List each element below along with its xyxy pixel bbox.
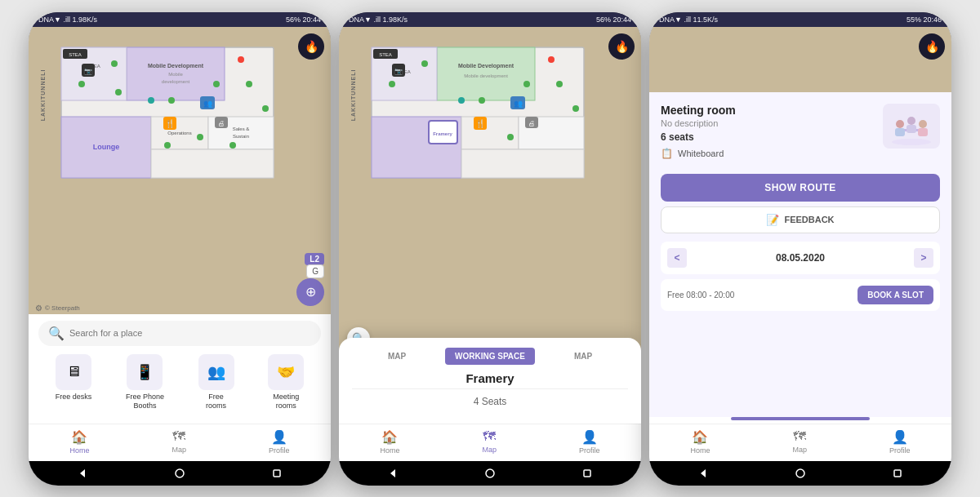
floor-g-1[interactable]: G — [306, 264, 324, 278]
svg-text:Mobile Development: Mobile Development — [148, 63, 204, 69]
home-button-3[interactable] — [793, 466, 808, 481]
quick-action-meeting-rooms[interactable]: 🤝 Meetingrooms — [268, 354, 304, 410]
svg-point-58 — [572, 105, 579, 112]
book-slot-button[interactable]: BOOK A SLOT — [858, 286, 933, 304]
svg-text:Mobile: Mobile — [168, 72, 183, 77]
status-left-2: DNA▼ .ill 1.98K/s — [349, 16, 408, 24]
svg-marker-71 — [390, 469, 395, 477]
detail-subtitle: No description — [661, 118, 736, 128]
svg-text:🍴: 🍴 — [475, 118, 486, 129]
popup-place-name: Framery — [352, 371, 628, 385]
nav-map-1[interactable]: 🗺 Map — [172, 429, 186, 455]
status-right-1: 56% 20:44 — [286, 16, 321, 24]
back-button-2[interactable] — [385, 466, 400, 481]
search-bar-1[interactable]: 🔍 — [38, 321, 321, 346]
svg-text:📷: 📷 — [394, 67, 403, 75]
profile-icon-2: 👤 — [581, 429, 598, 445]
recent-button-3[interactable] — [890, 466, 905, 481]
nav-home-2[interactable]: 🏠 Home — [380, 429, 399, 455]
popup-tab-working-space[interactable]: WORKING SPACE — [445, 348, 535, 365]
booking-prev-button[interactable]: < — [667, 248, 687, 268]
map-area-1[interactable]: LAKKITUNNELI 🔥 Mobile Development Mobile… — [29, 27, 331, 314]
booking-free-time: Free 08:00 - 20:00 — [667, 291, 734, 300]
nav-profile-2[interactable]: 👤 Profile — [579, 429, 600, 455]
popup-tab-map-left[interactable]: MAP — [352, 348, 442, 365]
flame-button-2[interactable]: 🔥 — [608, 33, 635, 60]
feedback-button[interactable]: 📝 FEEDBACK — [661, 206, 940, 233]
whiteboard-icon: 📋 — [661, 148, 673, 159]
nav-profile-label-2: Profile — [579, 446, 600, 455]
detail-panel: Meeting room No description 6 seats 📋 Wh… — [649, 92, 951, 417]
show-route-button[interactable]: SHOW ROUTE — [661, 174, 940, 202]
status-bar-2: DNA▼ .ill 1.98K/s 56% 20:44 — [339, 12, 641, 27]
back-button-3[interactable] — [696, 466, 710, 481]
svg-rect-47 — [461, 117, 519, 149]
svg-point-60 — [458, 97, 465, 104]
nav-map-2[interactable]: 🗺 Map — [482, 429, 497, 455]
svg-text:👥: 👥 — [203, 99, 213, 109]
svg-point-80 — [907, 117, 915, 125]
svg-text:🖨: 🖨 — [218, 120, 225, 127]
search-icon-1: 🔍 — [48, 326, 65, 341]
phone-booths-label: Free PhoneBooths — [126, 393, 164, 410]
popup-tab-map-right[interactable]: MAP — [538, 348, 628, 365]
quick-action-phone-booths[interactable]: 📱 Free PhoneBooths — [126, 354, 164, 410]
svg-point-57 — [507, 134, 514, 140]
recent-button-2[interactable] — [580, 466, 595, 481]
svg-text:development: development — [162, 79, 190, 84]
floor-badge-1[interactable]: L2 — [305, 253, 324, 265]
nav-bar-3: 🏠 Home 🗺 Map 👤 Profile — [649, 424, 951, 461]
svg-text:Operations: Operations — [167, 131, 191, 135]
map-area-2[interactable]: LAKKITUNNELI 🔥 🔍 Mobile Development Mobi… — [339, 27, 641, 424]
nav-map-label-1: Map — [172, 446, 186, 454]
popup-tabs: MAP WORKING SPACE MAP — [352, 348, 628, 365]
nav-map-3[interactable]: 🗺 Map — [792, 429, 807, 455]
quick-action-free-rooms[interactable]: 👥 Freerooms — [198, 354, 234, 410]
svg-text:👥: 👥 — [514, 99, 523, 109]
svg-point-76 — [896, 120, 904, 128]
home-icon-1: 🏠 — [71, 429, 87, 445]
flame-button-3[interactable]: 🔥 — [919, 33, 945, 60]
svg-text:STEA: STEA — [69, 52, 82, 57]
booking-row: < 08.05.2020 > — [661, 242, 940, 274]
svg-rect-81 — [906, 125, 916, 133]
nav-home-label-3: Home — [690, 446, 710, 455]
free-rooms-icon: 👥 — [198, 354, 234, 390]
floor-plan-svg-2: Mobile Development Mobile development ST… — [347, 39, 592, 194]
svg-text:Sales &: Sales & — [233, 126, 250, 131]
nav-bar-1: 🏠 Home 🗺 Map 👤 Profile — [29, 424, 331, 461]
nav-map-label-2: Map — [482, 446, 497, 454]
nav-profile-1[interactable]: 👤 Profile — [269, 429, 290, 455]
status-right-3: 55% 20:46 — [906, 16, 942, 24]
steerpath-label-1: ⚙ © Steerpath — [35, 304, 80, 313]
nav-profile-3[interactable]: 👤 Profile — [889, 429, 911, 455]
nav-home-1[interactable]: 🏠 Home — [69, 429, 89, 455]
popup-seats: 4 Seats — [352, 396, 628, 407]
svg-text:📷: 📷 — [84, 67, 92, 75]
quick-action-free-desks[interactable]: 🖥 Free desks — [56, 354, 92, 410]
svg-point-15 — [78, 81, 85, 87]
home-icon-3: 🏠 — [692, 429, 708, 445]
recent-button-1[interactable] — [270, 466, 284, 481]
phone-content-1: LAKKITUNNELI 🔥 Mobile Development Mobile… — [29, 27, 331, 486]
status-bar-3: DNA▼ .ill 11.5K/s 55% 20:46 — [649, 12, 951, 27]
bottom-panel-1: 🔍 🖥 Free desks 📱 Free PhoneBooths 👥 Free… — [29, 314, 331, 424]
status-left-3: DNA▼ .ill 11.5K/s — [659, 16, 718, 24]
flame-button-1[interactable]: 🔥 — [298, 33, 324, 60]
home-button-2[interactable] — [483, 466, 497, 481]
nav-home-3[interactable]: 🏠 Home — [690, 429, 710, 455]
map-area-3: 🔥 — [649, 27, 951, 92]
back-button-1[interactable] — [75, 466, 90, 481]
svg-text:Mobile development: Mobile development — [464, 73, 508, 78]
detail-info: Meeting room No description 6 seats 📋 Wh… — [661, 104, 736, 159]
nav-bar-2: 🏠 Home 🗺 Map 👤 Profile — [339, 424, 641, 461]
search-input-1[interactable] — [69, 328, 311, 338]
svg-point-52 — [389, 81, 395, 87]
location-button-1[interactable]: ⊕ — [296, 278, 324, 306]
booking-next-button[interactable]: > — [914, 248, 933, 268]
svg-point-25 — [238, 56, 244, 63]
svg-point-59 — [548, 56, 555, 63]
svg-rect-84 — [894, 470, 901, 477]
home-button-1[interactable] — [172, 466, 187, 481]
svg-text:🍴: 🍴 — [165, 118, 176, 129]
